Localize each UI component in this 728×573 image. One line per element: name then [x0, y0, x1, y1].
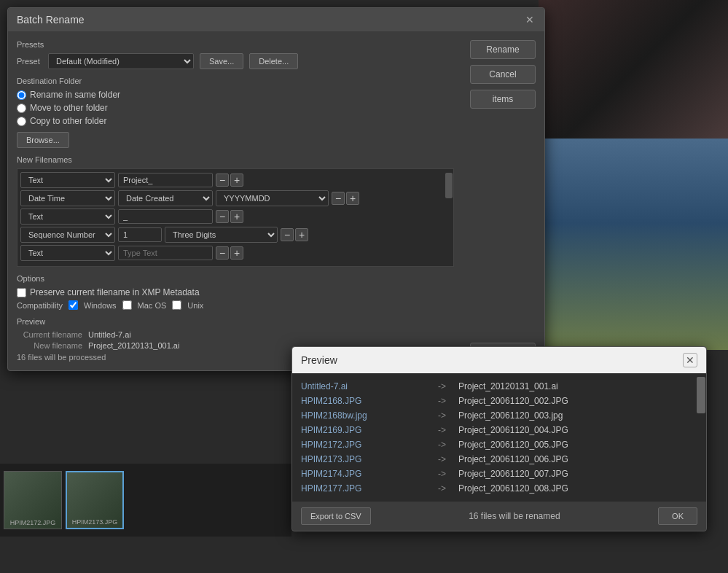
preview-scrollbar[interactable] [696, 373, 706, 502]
bg-top-right [539, 0, 728, 139]
type-select-3[interactable]: Text [20, 208, 115, 225]
current-filename-field-label: Current filename [17, 330, 82, 339]
preview-dest-name: Project_20061120_002.JPG [458, 396, 568, 406]
preview-orig-name: HPIM2169.JPG [301, 425, 432, 435]
preview-dialog-title: Preview [301, 354, 337, 366]
preview-orig-name: Untitled-7.ai [301, 381, 432, 391]
text-input-1[interactable] [118, 173, 213, 187]
rename-button[interactable]: Rename [470, 40, 536, 59]
preview-list-item: Untitled-7.ai -> Project_20120131_001.ai [301, 379, 697, 394]
cancel-button[interactable]: Cancel [470, 65, 536, 84]
type-select-2[interactable]: Date Time [20, 190, 115, 206]
dialog-close-button[interactable]: ✕ [524, 14, 536, 26]
filename-row-2: Date Time Date Created YYYYMMDD − + [20, 190, 450, 206]
windows-label: Windows [84, 301, 117, 310]
mac-checkbox[interactable] [122, 300, 132, 310]
destination-label: Destination Folder [17, 77, 454, 85]
dialog-left-panel: Presets Preset Default (Modified) Save..… [17, 40, 454, 362]
plus-btn-2[interactable]: + [346, 192, 359, 205]
minus-btn-2[interactable]: − [332, 192, 345, 205]
preview-ok-button[interactable]: OK [658, 507, 697, 525]
seq-format-select[interactable]: Three Digits [165, 227, 278, 243]
current-filename-value: Untitled-7.ai [88, 330, 131, 339]
preview-dest-name: Project_20061120_008.JPG [458, 483, 568, 494]
plus-btn-3[interactable]: + [230, 210, 243, 223]
preview-scroll-thumb [697, 377, 705, 413]
preview-list-item: HPIM2169.JPG -> Project_20061120_004.JPG [301, 423, 697, 437]
preview-list-item: HPIM2172.JPG -> Project_20061120_005.JPG [301, 437, 697, 452]
preview-dest-name: Project_20061120_005.JPG [458, 440, 568, 450]
same-folder-radio[interactable] [17, 90, 26, 100]
type-select-4[interactable]: Sequence Number [20, 227, 115, 243]
minus-btn-5[interactable]: − [216, 246, 229, 260]
date-field-select[interactable]: Date Created [118, 190, 213, 206]
presets-label: Presets [17, 40, 454, 49]
row-controls-3: − + [216, 210, 243, 223]
plus-btn-1[interactable]: + [230, 174, 243, 187]
text-input-3[interactable] [118, 209, 213, 224]
compatibility-label: Compatibility [17, 301, 63, 310]
browse-button[interactable]: Browse... [17, 132, 69, 148]
thumbnail-2[interactable]: HPIM2173.JPG [66, 471, 124, 529]
preview-close-button[interactable]: ✕ [683, 353, 697, 367]
options-label: Options [17, 274, 454, 283]
type-select-5[interactable]: Text [20, 245, 115, 261]
preview-list-item: HPIM2177.JPG -> Project_20061120_008.JPG [301, 481, 697, 496]
save-preset-button[interactable]: Save... [200, 53, 243, 69]
items-button[interactable]: items [470, 90, 536, 109]
preset-select[interactable]: Default (Modified) [48, 53, 194, 69]
preview-list-item: HPIM2173.JPG -> Project_20061120_006.JPG [301, 452, 697, 467]
preview-dest-name: Project_20061120_004.JPG [458, 425, 568, 435]
preview-dest-name: Project_20120131_001.ai [458, 381, 558, 391]
filename-row-5: Text − + [20, 245, 450, 261]
thumbnail-1[interactable]: HPIM2172.JPG [4, 471, 62, 529]
preview-dialog-titlebar: Preview ✕ [292, 347, 706, 373]
minus-btn-3[interactable]: − [216, 210, 229, 223]
dialog-content: Presets Preset Default (Modified) Save..… [8, 31, 544, 370]
delete-preset-button[interactable]: Delete... [249, 53, 298, 69]
dialog-right-panel: Rename Cancel items Preview [463, 40, 536, 362]
preview-arrow: -> [438, 410, 453, 421]
preview-list-item: HPIM2168.JPG -> Project_20061120_002.JPG [301, 394, 697, 408]
preview-dest-name: Project_20061120_003.jpg [458, 410, 563, 421]
filenames-scrollbar[interactable] [445, 169, 453, 266]
copy-folder-radio[interactable] [17, 117, 26, 126]
filename-row-4: Sequence Number Three Digits − + [20, 227, 450, 243]
row-controls-5: − + [216, 246, 243, 260]
preview-arrow: -> [438, 396, 453, 406]
windows-checkbox[interactable] [69, 300, 78, 310]
preview-arrow: -> [438, 425, 453, 435]
compatibility-row: Compatibility Windows Mac OS Unix [17, 300, 454, 310]
same-folder-label: Rename in same folder [30, 90, 120, 100]
new-filename-value: Project_20120131_001.ai [88, 341, 179, 350]
move-folder-radio[interactable] [17, 104, 26, 113]
preview-orig-name: HPIM2172.JPG [301, 440, 432, 450]
preserve-xmp-label: Preserve current filename in XMP Metadat… [30, 287, 200, 297]
preserve-xmp-checkbox[interactable] [17, 288, 26, 297]
type-select-1[interactable]: Text [20, 172, 115, 188]
minus-btn-1[interactable]: − [216, 174, 229, 187]
preview-dest-name: Project_20061120_007.JPG [458, 469, 568, 479]
preview-orig-name: HPIM2168.JPG [301, 396, 432, 406]
date-format-select[interactable]: YYYYMMDD [216, 190, 329, 206]
plus-btn-4[interactable]: + [295, 228, 308, 241]
preview-arrow: -> [438, 469, 453, 479]
preview-footer: Export to CSV 16 files will be renamed O… [292, 502, 706, 531]
text-input-5[interactable] [118, 246, 213, 260]
preview-dialog: Preview ✕ Untitled-7.ai -> Project_20120… [291, 346, 707, 531]
destination-section: Destination Folder Rename in same folder… [17, 77, 454, 148]
bg-middle-right [539, 139, 728, 350]
preview-arrow: -> [438, 381, 453, 391]
export-csv-button[interactable]: Export to CSV [301, 507, 371, 525]
unix-label: Unix [187, 301, 203, 310]
plus-btn-5[interactable]: + [230, 246, 243, 260]
unix-checkbox[interactable] [172, 300, 181, 310]
preview-list-item: HPIM2168bw.jpg -> Project_20061120_003.j… [301, 408, 697, 423]
same-folder-row: Rename in same folder [17, 90, 454, 100]
preview-orig-name: HPIM2174.JPG [301, 469, 432, 479]
minus-btn-4[interactable]: − [281, 228, 294, 241]
current-filename-row: Current filename Untitled-7.ai [17, 330, 454, 339]
preview-arrow: -> [438, 454, 453, 464]
row-controls-1: − + [216, 174, 243, 187]
seq-start-input[interactable] [118, 227, 162, 242]
